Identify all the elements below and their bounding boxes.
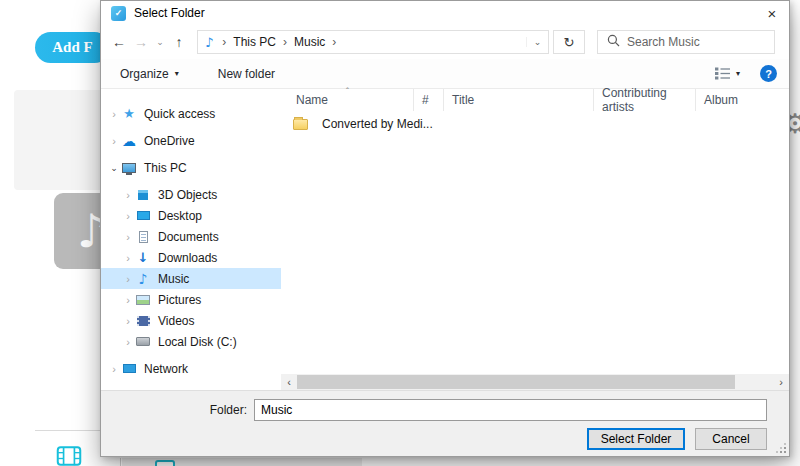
search-input[interactable] (627, 35, 757, 49)
refresh-button[interactable]: ↻ (553, 30, 585, 54)
chevron-right-icon[interactable]: › (122, 210, 134, 222)
cancel-button[interactable]: Cancel (695, 428, 767, 450)
column-header-album[interactable]: Album (696, 89, 791, 111)
media-thumbnail: ♪ (14, 90, 106, 190)
desktop-icon (134, 211, 152, 220)
tree-item-desktop[interactable]: › Desktop (101, 205, 281, 226)
filmstrip-icon[interactable] (54, 446, 84, 466)
add-files-button[interactable]: Add F (35, 32, 110, 63)
tree-item-label: Network (144, 362, 188, 376)
address-dropdown-icon[interactable]: ⌄ (526, 37, 548, 47)
close-icon[interactable]: × (755, 1, 789, 25)
output-format-icon[interactable] (155, 460, 175, 466)
tree-item-3d-objects[interactable]: › 3D Objects (101, 184, 281, 205)
tree-item-onedrive[interactable]: › ☁ OneDrive (101, 130, 281, 151)
column-label: Album (704, 93, 738, 107)
chevron-right-icon[interactable]: › (122, 252, 134, 264)
tree-item-label: Documents (158, 230, 219, 244)
address-bar[interactable]: ♪ › This PC › Music › ⌄ (197, 30, 549, 54)
column-label: Title (452, 93, 474, 107)
tree-item-music[interactable]: › ♪ Music (101, 268, 281, 289)
tree-item-label: Downloads (158, 251, 217, 265)
search-icon (607, 34, 620, 50)
tree-item-quick-access[interactable]: › ★ Quick access (101, 103, 281, 124)
videos-icon (134, 316, 152, 326)
back-button[interactable]: ← (109, 34, 129, 50)
breadcrumb-this-pc[interactable]: This PC (233, 35, 276, 49)
folder-field-label: Folder: (101, 403, 247, 417)
star-icon: ★ (120, 106, 138, 121)
chevron-right-icon[interactable]: › (122, 189, 134, 201)
chevron-right-icon[interactable]: › (108, 108, 120, 120)
column-header-title[interactable]: Title (444, 89, 594, 111)
chevron-right-icon[interactable]: › (122, 315, 134, 327)
chevron-down-icon: ▾ (736, 69, 740, 78)
divider (35, 430, 101, 431)
select-folder-dialog: ✓ Select Folder × ← → ⌄ ↑ ♪ › This PC › … (100, 0, 790, 457)
app-check-icon: ✓ (111, 6, 126, 21)
tree-item-label: 3D Objects (158, 188, 217, 202)
folder-tree: › ★ Quick access › ☁ OneDrive ⌄ This PC … (101, 89, 281, 390)
column-header-number[interactable]: # (414, 89, 444, 111)
tree-item-label: This PC (144, 161, 187, 175)
tree-item-label: Quick access (144, 107, 215, 121)
dialog-buttons: Select Folder Cancel (101, 428, 767, 450)
chevron-right-icon[interactable]: › (122, 273, 134, 285)
column-header-contributing-artists[interactable]: Contributing artists (594, 89, 696, 111)
tree-item-this-pc[interactable]: ⌄ This PC (101, 157, 281, 178)
column-header-name[interactable]: Name ˆ (281, 89, 414, 111)
change-view-button[interactable]: ▾ (715, 67, 740, 80)
folder-icon (291, 119, 309, 130)
chevron-right-icon[interactable]: › (122, 336, 134, 348)
screen: Add F ♪ ⚙ ✓ Select Folder (0, 0, 800, 466)
history-dropdown-icon[interactable]: ⌄ (153, 37, 167, 47)
tree-item-label: Videos (158, 314, 194, 328)
cube-icon (134, 190, 152, 200)
new-folder-button[interactable]: New folder (218, 67, 275, 81)
scroll-right-icon[interactable]: › (773, 376, 789, 388)
breadcrumb-separator-icon: › (215, 35, 233, 49)
forward-button[interactable]: → (131, 34, 151, 50)
breadcrumb-separator-icon: › (276, 35, 294, 49)
document-icon (134, 231, 152, 243)
details-view-icon (715, 67, 730, 80)
sort-ascending-icon: ˆ (346, 86, 349, 96)
organize-menu[interactable]: Organize ▾ (120, 67, 179, 81)
horizontal-scrollbar[interactable]: ‹ › (281, 374, 789, 390)
tree-item-videos[interactable]: › Videos (101, 310, 281, 331)
tree-item-pictures[interactable]: › Pictures (101, 289, 281, 310)
file-list-item-converted-folder[interactable]: Converted by Medi... (281, 114, 789, 134)
scrollbar-track[interactable] (297, 374, 773, 390)
help-button[interactable]: ? (760, 65, 777, 82)
chevron-right-icon[interactable]: › (122, 294, 134, 306)
scroll-left-icon[interactable]: ‹ (281, 376, 297, 388)
tree-item-network[interactable]: › Network (101, 358, 281, 379)
chevron-right-icon[interactable]: › (108, 135, 120, 147)
pictures-icon (134, 295, 152, 305)
column-label: Name (296, 93, 328, 107)
chevron-right-icon[interactable]: › (108, 363, 120, 375)
music-note-icon: ♪ (134, 271, 152, 287)
hard-disk-icon (134, 337, 152, 346)
column-label: # (422, 93, 429, 107)
tree-item-local-disk-c[interactable]: › Local Disk (C:) (101, 331, 281, 352)
scrollbar-thumb[interactable] (297, 375, 735, 389)
divider (120, 458, 121, 466)
dialog-title: Select Folder (134, 6, 205, 20)
navigation-bar: ← → ⌄ ↑ ♪ › This PC › Music › ⌄ ↻ (101, 25, 789, 59)
chevron-down-icon[interactable]: ⌄ (108, 163, 120, 173)
select-folder-button[interactable]: Select Folder (587, 428, 685, 450)
tree-item-documents[interactable]: › Documents (101, 226, 281, 247)
chevron-right-icon[interactable]: › (122, 231, 134, 243)
dialog-titlebar: ✓ Select Folder × (101, 1, 789, 25)
up-button[interactable]: ↑ (169, 34, 189, 50)
cloud-icon: ☁ (120, 133, 138, 149)
column-label: Contributing artists (602, 86, 695, 114)
breadcrumb-music[interactable]: Music (294, 35, 325, 49)
chevron-down-icon: ▾ (175, 69, 179, 78)
folder-name-input[interactable] (254, 399, 767, 421)
tree-item-label: Local Disk (C:) (158, 335, 237, 349)
resize-grip[interactable] (777, 444, 787, 454)
search-box (597, 30, 775, 54)
tree-item-downloads[interactable]: › ↓ Downloads (101, 247, 281, 268)
